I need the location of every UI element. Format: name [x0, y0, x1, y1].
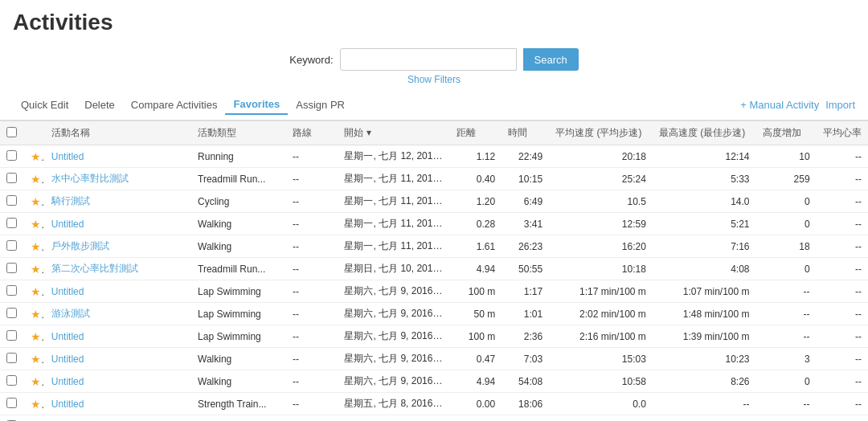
row-checkbox[interactable] [6, 375, 17, 386]
activity-name-link[interactable]: Untitled [51, 376, 84, 387]
row-checkbox-cell [0, 213, 24, 235]
activity-name-link[interactable]: Untitled [51, 331, 84, 342]
search-label: Keyword: [289, 54, 333, 66]
row-star-cell[interactable]: ★ [24, 145, 45, 168]
search-input[interactable] [340, 48, 517, 71]
star-icon[interactable]: ★ [31, 308, 45, 321]
row-avghr-cell: -- [817, 280, 868, 303]
search-button[interactable]: Search [523, 48, 579, 71]
star-icon[interactable]: ★ [31, 330, 45, 343]
star-icon[interactable]: ★ [31, 218, 45, 231]
delete-button[interactable]: Delete [76, 96, 123, 114]
activity-name-link[interactable]: Untitled [51, 151, 84, 162]
row-star-cell[interactable]: ★ [24, 213, 45, 235]
quick-edit-button[interactable]: Quick Edit [13, 96, 76, 114]
row-star-cell[interactable]: ★ [24, 258, 45, 280]
import-button[interactable]: Import [825, 99, 855, 111]
row-route-cell: -- [286, 393, 338, 415]
row-type-cell: Treadmill Run... [191, 258, 286, 280]
row-checkbox-cell [0, 325, 24, 348]
row-star-cell[interactable]: ★ [24, 235, 45, 258]
row-dist-cell: 4.94 [450, 370, 502, 393]
row-avghr-cell: -- [817, 325, 868, 348]
header-start[interactable]: 開始 ▾ [338, 121, 449, 145]
table-row: ★騎行測試Cycling--星期一, 七月 11, 2016 4...1.206… [0, 190, 868, 213]
assign-pr-button[interactable]: Assign PR [288, 96, 353, 114]
row-start-cell: 星期一, 七月 11, 2016 8... [338, 213, 449, 235]
page-title: Activities [13, 10, 855, 35]
row-time-cell: 10:15 [502, 168, 549, 190]
row-checkbox-cell [0, 348, 24, 370]
star-icon[interactable]: ★ [31, 240, 45, 253]
row-checkbox[interactable] [6, 285, 17, 296]
row-avgspeed-cell: 1:17 min/100 m [549, 280, 653, 303]
row-star-cell[interactable]: ★ [24, 168, 45, 190]
row-checkbox[interactable] [6, 218, 17, 228]
row-checkbox[interactable] [6, 330, 17, 341]
row-time-cell: 18:06 [502, 393, 549, 415]
activity-name-link[interactable]: Untitled [51, 399, 84, 410]
star-icon[interactable]: ★ [31, 173, 45, 186]
activity-name-link[interactable]: 戶外散步測試 [51, 240, 109, 251]
activity-name-link[interactable]: Untitled [51, 286, 84, 297]
activity-name-link[interactable]: 水中心率對比測試 [51, 173, 129, 184]
activity-name-link[interactable]: Untitled [51, 354, 84, 365]
activity-name-link[interactable]: Untitled [51, 219, 84, 230]
row-maxspeed-cell: 5:21 [653, 213, 756, 235]
row-start-cell: 星期六, 七月 9, 2016 10... [338, 325, 449, 348]
manual-activity-button[interactable]: + Manual Activity [740, 99, 819, 111]
row-avghr-cell: -- [817, 303, 868, 325]
row-star-cell[interactable]: ★ [24, 325, 45, 348]
activity-name-link[interactable]: 騎行測試 [51, 195, 90, 206]
row-checkbox[interactable] [6, 173, 17, 183]
table-row: ★UntitledRunning--星期一, 七月 12, 2016 8...1… [0, 145, 868, 168]
activity-name-link[interactable]: 第二次心率比對測試 [51, 263, 138, 274]
row-checkbox[interactable] [6, 150, 17, 161]
row-star-cell[interactable]: ★ [24, 415, 45, 422]
star-icon[interactable]: ★ [31, 353, 45, 366]
row-checkbox-cell [0, 145, 24, 168]
star-icon[interactable]: ★ [31, 398, 45, 411]
activities-table: 活動名稱 活動類型 路線 開始 ▾ 距離 時間 平均速度 (平均步速) 最高速度… [0, 121, 868, 421]
row-dist-cell: 1.20 [450, 190, 502, 213]
row-name-cell: 戶外散步測試 [45, 235, 191, 258]
row-time-cell: 3:41 [502, 213, 549, 235]
row-avgspeed-cell: 2:02 min/100 m [549, 303, 653, 325]
header-maxspeed: 最高速度 (最佳步速) [653, 121, 756, 145]
activity-name-link[interactable]: 游泳測試 [51, 308, 90, 319]
row-elevation-cell: 259 [756, 168, 817, 190]
row-star-cell[interactable]: ★ [24, 280, 45, 303]
row-maxspeed-cell: 4:08 [653, 258, 756, 280]
row-checkbox[interactable] [6, 308, 17, 318]
row-maxspeed-cell: 1:39 min/100 m [653, 325, 756, 348]
row-star-cell[interactable]: ★ [24, 370, 45, 393]
toolbar-right: + Manual Activity Import [740, 99, 855, 111]
star-icon[interactable]: ★ [31, 195, 45, 208]
row-star-cell[interactable]: ★ [24, 348, 45, 370]
row-star-cell[interactable]: ★ [24, 303, 45, 325]
row-start-cell: 星期五, 七月 8, 2016 1:4... [338, 393, 449, 415]
row-checkbox-cell [0, 280, 24, 303]
row-avgspeed-cell: 10:58 [549, 370, 653, 393]
table-body: ★UntitledRunning--星期一, 七月 12, 2016 8...1… [0, 145, 868, 422]
favorites-button[interactable]: Favorites [225, 95, 288, 115]
row-checkbox[interactable] [6, 398, 17, 408]
row-checkbox[interactable] [6, 263, 17, 273]
select-all-checkbox[interactable] [6, 127, 17, 137]
row-start-cell: 星期一, 七月 11, 2016 4... [338, 190, 449, 213]
star-icon[interactable]: ★ [31, 263, 45, 276]
star-icon[interactable]: ★ [31, 285, 45, 298]
row-star-cell[interactable]: ★ [24, 190, 45, 213]
row-checkbox[interactable] [6, 353, 17, 363]
show-filters-link[interactable]: Show Filters [407, 74, 461, 85]
star-icon[interactable]: ★ [31, 375, 45, 388]
row-dist-cell: 0.40 [450, 168, 502, 190]
row-star-cell[interactable]: ★ [24, 393, 45, 415]
row-route-cell: -- [286, 348, 338, 370]
header-route: 路線 [286, 121, 338, 145]
row-avgspeed-cell: 2:16 min/100 m [549, 325, 653, 348]
compare-activities-button[interactable]: Compare Activities [123, 96, 226, 114]
star-icon[interactable]: ★ [31, 150, 45, 163]
row-checkbox[interactable] [6, 240, 17, 251]
row-checkbox[interactable] [6, 195, 17, 206]
